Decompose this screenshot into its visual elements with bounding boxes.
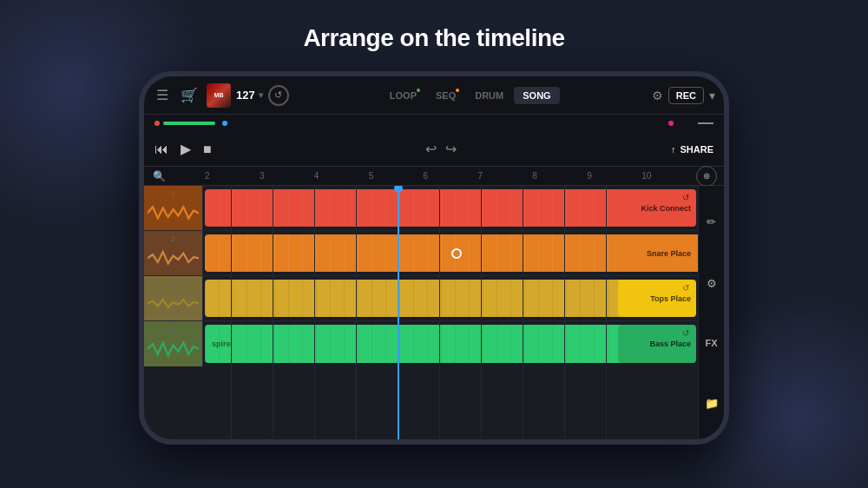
loop-icon-1: ↺	[682, 193, 689, 202]
share-button[interactable]: ↑ SHARE	[671, 144, 713, 155]
progress-area	[144, 115, 724, 132]
undo-redo-group: ↩ ↪	[425, 141, 457, 157]
tracks-area: 1 ↺ Kick Connect	[144, 186, 724, 439]
prog-dot-red	[155, 121, 160, 126]
tl-num-5: 5	[369, 171, 424, 181]
redo-button[interactable]: ↪	[445, 141, 457, 157]
prog-dot-blue	[222, 121, 227, 126]
tl-num-3: 3	[260, 171, 314, 181]
track-block-1-label: Kick Connect	[641, 204, 691, 213]
sliders-icon[interactable]: ⚙	[707, 277, 717, 290]
waveform-4	[148, 335, 199, 363]
share-icon: ↑	[671, 144, 676, 155]
prog-dot-pink	[668, 121, 674, 126]
album-art[interactable]: MB	[207, 83, 231, 108]
tab-seq[interactable]: SEQ	[427, 87, 464, 104]
timeline-header: 🔍 2 3 4 5 6 7 8 9 10 ⊕	[144, 167, 724, 186]
hamburger-lines	[698, 122, 713, 124]
track-block-4-label: Bass Place	[649, 340, 691, 348]
grid-line-7	[481, 186, 482, 439]
cart-icon[interactable]: 🛒	[177, 83, 201, 107]
track-block-2-loop[interactable]: Snare Place	[618, 234, 696, 272]
more-icon[interactable]: ▾	[709, 89, 715, 102]
tl-num-9: 9	[587, 171, 641, 181]
top-bar: ☰ 🛒 MB 127 ▾ ↺ LOOP SEQ	[144, 76, 724, 115]
controls-bar: ⏮ ▶ ■ ↩ ↪ ↑ SHARE	[144, 132, 724, 167]
tl-num-6: 6	[424, 171, 478, 181]
rewind-button[interactable]: ⏮	[155, 142, 168, 157]
seq-dot	[456, 89, 459, 92]
expand-button[interactable]: ⊕	[696, 166, 717, 187]
track-block-3-loop[interactable]: ↺ Tops Place	[618, 280, 696, 317]
phone-frame: ☰ 🛒 MB 127 ▾ ↺ LOOP SEQ	[139, 71, 729, 445]
phone-container: ☰ 🛒 MB 127 ▾ ↺ LOOP SEQ	[139, 71, 729, 445]
track-label-2: 2	[144, 231, 203, 275]
grid-line-3	[314, 186, 315, 439]
playhead	[398, 186, 399, 439]
right-side-panel: ✏ ⚙ FX 📁	[698, 186, 724, 439]
grid-line-8	[523, 186, 523, 439]
loop-handle-2[interactable]	[451, 248, 462, 259]
tab-drum[interactable]: DRUM	[466, 87, 512, 104]
stop-button[interactable]: ■	[203, 142, 212, 157]
track-num-4: 4	[171, 325, 175, 333]
waveform-2	[148, 245, 199, 272]
grid-line-4	[356, 186, 357, 439]
progress-bar-green[interactable]	[163, 122, 215, 125]
pencil-icon[interactable]: ✏	[707, 215, 716, 228]
track-label-3: 3	[144, 276, 203, 320]
bpm-arrow-icon[interactable]: ▾	[259, 90, 263, 100]
tab-drum-label: DRUM	[475, 90, 503, 101]
grid-line-2	[273, 186, 273, 439]
tab-loop-label: LOOP	[390, 90, 417, 101]
rec-button[interactable]: REC	[668, 87, 704, 104]
track-num-1: 1	[171, 189, 175, 198]
track-num-2: 2	[171, 234, 175, 243]
track-block-2-label: Snare Place	[647, 249, 691, 258]
grid-line-1	[231, 186, 232, 439]
track-4-prefix: spire	[212, 340, 231, 348]
grid-line-6	[439, 186, 440, 439]
tl-num-2: 2	[205, 171, 260, 181]
track-block-3-label: Tops Place	[650, 294, 691, 303]
page-title: Arrange on the timeline	[303, 24, 564, 52]
eq-icon[interactable]: ⚙	[652, 89, 663, 102]
track-content-4[interactable]: spire ↺ Bass Place	[203, 321, 724, 366]
grid-line-10	[606, 186, 607, 439]
track-block-1-loop[interactable]: ↺ Kick Connect	[618, 189, 696, 227]
track-label-1: 1	[144, 186, 203, 230]
track-content-3[interactable]: ↺ Tops Place	[203, 276, 724, 320]
track-content-2[interactable]: Snare Place	[203, 231, 724, 275]
timeline-numbers: 2 3 4 5 6 7 8 9 10	[205, 171, 696, 181]
play-button[interactable]: ▶	[181, 141, 191, 157]
tl-num-7: 7	[477, 171, 532, 181]
waveform-3	[148, 290, 199, 317]
bpm-value: 127	[236, 89, 255, 102]
menu-icon[interactable]: ☰	[153, 83, 172, 107]
search-icon[interactable]: 🔍	[153, 170, 166, 182]
tab-loop[interactable]: LOOP	[381, 87, 425, 104]
folder-icon[interactable]: 📁	[705, 397, 719, 410]
bpm-display: 127 ▾	[236, 89, 263, 102]
tl-num-4: 4	[314, 171, 369, 181]
track-content-1[interactable]: ↺ Kick Connect	[203, 186, 724, 230]
grid-line-9	[564, 186, 565, 439]
phone-screen: ☰ 🛒 MB 127 ▾ ↺ LOOP SEQ	[144, 76, 724, 439]
undo-button[interactable]: ↩	[425, 141, 437, 157]
line1	[698, 122, 713, 124]
fx-button[interactable]: FX	[705, 338, 717, 348]
sync-icon[interactable]: ↺	[268, 85, 289, 106]
tab-song[interactable]: SONG	[514, 87, 559, 104]
share-label: SHARE	[680, 144, 713, 155]
tab-seq-label: SEQ	[436, 90, 456, 101]
track-num-3: 3	[171, 280, 175, 288]
tl-num-10: 10	[641, 171, 696, 181]
track-label-4: 4	[144, 321, 203, 366]
loop-icon-3: ↺	[682, 283, 689, 293]
nav-tabs: LOOP SEQ DRUM SONG	[294, 87, 647, 104]
tab-song-label: SONG	[523, 90, 550, 101]
waveform-1	[148, 200, 199, 227]
track-block-4-loop[interactable]: ↺ Bass Place	[618, 325, 696, 363]
loop-dot	[417, 89, 420, 92]
tl-num-8: 8	[532, 171, 587, 181]
